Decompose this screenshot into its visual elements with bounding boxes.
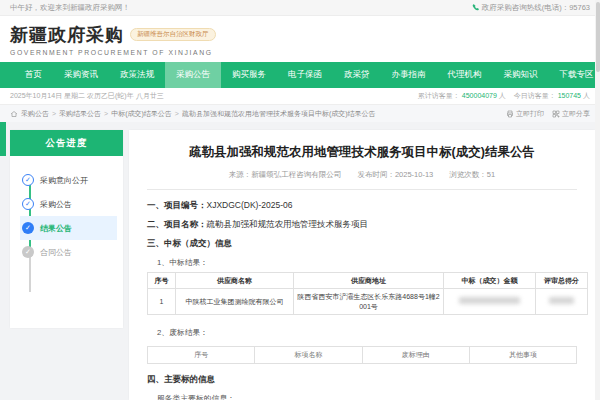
share-icon — [552, 110, 560, 118]
main-nav: 首页 采购资讯 政策法规 采购公告 购买服务 电子保函 政采贷 办事指南 代理机… — [0, 62, 600, 88]
nav-item-purchase-service[interactable]: 购买服务 — [221, 62, 277, 88]
scrollbar-thumb[interactable] — [596, 2, 600, 72]
section-award-info: 三、中标（成交）信息 — [147, 238, 577, 250]
section-label: 一、项目编号： — [147, 200, 207, 210]
section-project-number: 一、项目编号：XJXDGC(DK)-2025-06 — [147, 200, 577, 212]
redacted-value — [549, 297, 575, 304]
left-edge-accent — [0, 122, 6, 156]
section-project-name: 二、项目名称：疏勒县加强和规范农用地管理技术服务项目 — [147, 219, 577, 231]
service-subject-subheading: 服务类主要标的信息： — [157, 393, 577, 400]
phone-icon — [472, 4, 479, 11]
step-result-announcement[interactable]: ✓ 结果公告 — [20, 216, 117, 240]
award-result-table: 序号 供应商名称 供应商地址 中标（成交）金额 评审总得分 1 中陕核工业集团测… — [147, 272, 588, 315]
print-button[interactable]: 立即打印 — [506, 109, 544, 119]
article-meta: 来源：新疆颂弘工程咨询有限公司 发布时间：2025-10-13 浏览次数：51 — [147, 170, 577, 180]
table-row: 1 中陕核工业集团测绘院有限公司 陕西省西安市浐灞生态区长乐东路4688号1幢2… — [148, 289, 588, 315]
logo-subtitle: GOVERNMENT PROCUREMENT OF XINJIANG — [10, 49, 216, 56]
nav-item-downloads[interactable]: 下载专区 — [549, 62, 600, 88]
breadcrumb: 采购公告> 采购结果公告> 中标(成交)结果公告> 疏勒县加强和规范农用地管理技… — [10, 109, 376, 119]
cell-score-redacted — [536, 289, 588, 315]
visitor-stats: 累计访客量：450004079人 今日访客量：150745人 — [418, 91, 590, 101]
logo[interactable]: 新疆政府采购 新疆维吾尔自治区财政厅 GOVERNMENT PROCUREMEN… — [10, 23, 216, 56]
article-view-count: 浏览次数：51 — [449, 170, 495, 179]
col-reason: 废标理由 — [362, 347, 469, 363]
welcome-text: 中午好，欢迎来到新疆政府采购网！ — [10, 3, 130, 13]
cell-address: 陕西省西安市浐灞生态区长乐东路4688号1幢2001号 — [294, 289, 444, 315]
step-label: 采购公告 — [40, 199, 72, 210]
article-source: 来源：新疆颂弘工程咨询有限公司 — [229, 170, 342, 179]
total-visitors-label: 累计访客量： — [418, 92, 460, 99]
date-text: 2025年10月14日 星期二 农历乙巳(蛇)年 八月廿三 — [10, 91, 164, 101]
printer-icon — [506, 110, 514, 118]
site-header: 新疆政府采购 新疆维吾尔自治区财政厅 GOVERNMENT PROCUREMEN… — [0, 16, 600, 62]
col-no: 序号 — [148, 272, 176, 288]
col-other: 其他事项 — [469, 347, 576, 363]
check-circle-gray-icon: ✓ — [22, 246, 34, 258]
nav-item-guide[interactable]: 办事指南 — [381, 62, 437, 88]
project-name-value: 疏勒县加强和规范农用地管理技术服务项目 — [207, 219, 369, 229]
announcement-article: 疏勒县加强和规范农用地管理技术服务项目中标(成交)结果公告 来源：新疆颂弘工程咨… — [129, 130, 595, 400]
redacted-value — [459, 297, 520, 304]
breadcrumb-separator: > — [175, 110, 179, 117]
article-publish-time: 发布时间：2025-10-13 — [357, 170, 433, 179]
today-visitors-value: 150745 — [558, 92, 581, 99]
article-title: 疏勒县加强和规范农用地管理技术服务项目中标(成交)结果公告 — [147, 144, 577, 161]
nav-item-policy[interactable]: 政策法规 — [109, 62, 165, 88]
breadcrumb-separator: > — [104, 110, 108, 117]
col-supplier: 供应商名称 — [176, 272, 294, 288]
breadcrumb-separator: > — [52, 110, 56, 117]
breadcrumb-bar: 采购公告> 采购结果公告> 中标(成交)结果公告> 疏勒县加强和规范农用地管理技… — [0, 104, 600, 122]
table-header-row: 序号 供应商名称 供应商地址 中标（成交）金额 评审总得分 — [148, 272, 588, 288]
breadcrumb-link-3[interactable]: 中标(成交)结果公告 — [111, 109, 172, 119]
section-label: 二、项目名称： — [147, 219, 207, 229]
section-label: 四、主要标的信息 — [147, 374, 215, 384]
home-icon — [10, 110, 18, 118]
progress-title: 公告进度 — [10, 130, 123, 156]
step-label: 合同公告 — [40, 247, 72, 258]
section-main-subject: 四、主要标的信息 — [147, 374, 577, 386]
hotline-text: 政府采购咨询热线(电话)：95763 — [482, 3, 590, 13]
nav-item-knowledge[interactable]: 采购知识 — [493, 62, 549, 88]
col-amount: 中标（成交）金额 — [444, 272, 536, 288]
col-score: 评审总得分 — [536, 272, 588, 288]
breadcrumb-link-2[interactable]: 采购结果公告 — [59, 109, 101, 119]
nav-item-home[interactable]: 首页 — [14, 62, 53, 88]
step-label: 结果公告 — [40, 223, 72, 234]
step-intention-public[interactable]: ✓ 采购意向公开 — [20, 168, 123, 192]
progress-steps: ✓ 采购意向公开 ✓ 采购公告 ✓ 结果公告 ✓ 合同公告 — [10, 156, 123, 268]
table-header-row: 序号 标项名称 废标理由 其他事项 — [148, 347, 577, 363]
check-circle-icon: ✓ — [22, 174, 34, 186]
cell-no: 1 — [148, 289, 176, 315]
col-no: 序号 — [148, 347, 255, 363]
scrollbar-track[interactable] — [595, 0, 600, 400]
info-bar: 2025年10月14日 星期二 农历乙巳(蛇)年 八月廿三 累计访客量：4500… — [0, 88, 600, 104]
award-result-subheading: 1、中标结果： — [157, 257, 577, 268]
total-visitors-unit: 人 — [499, 92, 506, 99]
step-procurement-announcement[interactable]: ✓ 采购公告 — [20, 192, 123, 216]
nav-item-announcements[interactable]: 采购公告 — [165, 62, 221, 88]
col-address: 供应商地址 — [294, 272, 444, 288]
nav-item-loan[interactable]: 政采贷 — [333, 62, 381, 88]
cell-amount-redacted — [444, 289, 536, 315]
finance-dept-badge: 新疆维吾尔自治区财政厅 — [130, 28, 216, 41]
nav-item-news[interactable]: 采购资讯 — [53, 62, 109, 88]
nav-item-agency[interactable]: 代理机构 — [437, 62, 493, 88]
step-contract-announcement[interactable]: ✓ 合同公告 — [20, 240, 123, 264]
invalid-bid-table: 序号 标项名称 废标理由 其他事项 — [147, 346, 577, 363]
breadcrumb-link-1[interactable]: 采购公告 — [21, 109, 49, 119]
breadcrumb-current: 疏勒县加强和规范农用地管理技术服务项目中标(成交)结果公告 — [182, 109, 376, 119]
invalid-bid-subheading: 2、废标结果： — [157, 327, 577, 338]
share-button[interactable]: 立即分享 — [552, 109, 590, 119]
check-circle-filled-icon: ✓ — [22, 222, 34, 234]
progress-sidebar: 公告进度 ✓ 采购意向公开 ✓ 采购公告 ✓ 结果公告 ✓ 合同公告 — [10, 130, 123, 328]
today-visitors-label: 今日访客量： — [514, 92, 556, 99]
share-label: 立即分享 — [562, 109, 590, 119]
section-label: 三、中标（成交）信息 — [147, 238, 232, 248]
logo-title: 新疆政府采购 — [10, 23, 124, 47]
step-label: 采购意向公开 — [40, 175, 88, 186]
divider — [147, 189, 577, 190]
cell-supplier: 中陕核工业集团测绘院有限公司 — [176, 289, 294, 315]
top-utility-bar: 中午好，欢迎来到新疆政府采购网！ 政府采购咨询热线(电话)：95763 — [0, 0, 600, 16]
nav-item-e-guarantee[interactable]: 电子保函 — [277, 62, 333, 88]
print-label: 立即打印 — [516, 109, 544, 119]
